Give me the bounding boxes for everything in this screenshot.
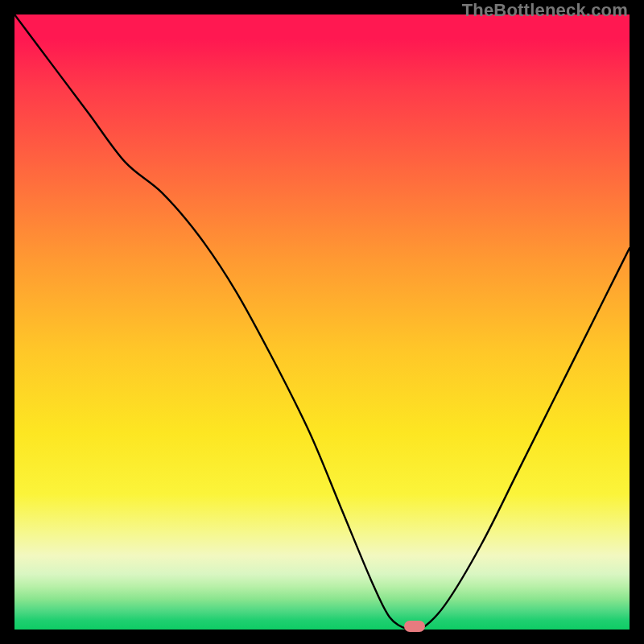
optimal-marker: [404, 621, 425, 632]
watermark-text: TheBottleneck.com: [462, 0, 628, 21]
chart-frame: TheBottleneck.com: [0, 0, 644, 644]
plot-area: [14, 14, 630, 630]
